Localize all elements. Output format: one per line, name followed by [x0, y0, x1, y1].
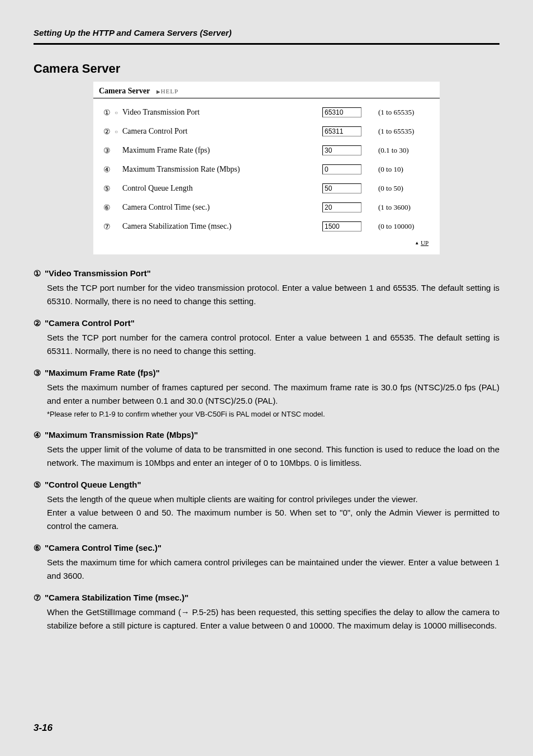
settings-row: ④Maximum Transmission Rate (Mbps)(0 to 1…: [93, 160, 440, 179]
settings-row: ⑤Control Queue Length(0 to 50): [93, 179, 440, 198]
help-link[interactable]: ▶HELP: [156, 88, 179, 94]
description-block: ⑤"Control Queue Length"Sets the length o…: [34, 480, 499, 533]
description-body: Sets the length of the queue when multip…: [47, 493, 499, 506]
description-block: ②"Camera Control Port"Sets the TCP port …: [34, 318, 499, 358]
page-header: Setting Up the HTTP and Camera Servers (…: [34, 28, 499, 37]
description-number: ⑤: [34, 480, 45, 490]
row-range: (1 to 3600): [378, 203, 434, 212]
description-heading: ②"Camera Control Port": [34, 318, 499, 328]
up-link[interactable]: UP: [421, 239, 429, 246]
description-number: ⑥: [34, 543, 45, 553]
row-range: (0.1 to 30): [378, 146, 434, 155]
help-arrow-icon: ▶: [156, 89, 161, 94]
panel-header: Camera Server ▶HELP: [93, 84, 440, 98]
row-marker: ④: [99, 165, 115, 174]
description-body: When the GetStillImage command (→ P.5-25…: [47, 606, 499, 632]
section-title: Camera Server: [34, 62, 499, 76]
settings-row: ②○Camera Control Port(1 to 65535): [93, 122, 440, 141]
settings-row: ⑥Camera Control Time (sec.)(1 to 3600): [93, 198, 440, 217]
row-input[interactable]: [322, 126, 361, 136]
settings-row: ③Maximum Frame Rate (fps)(0.1 to 30): [93, 141, 440, 160]
page-number: 3-16: [34, 722, 53, 734]
row-label: Camera Stabilization Time (msec.): [122, 222, 322, 231]
row-input[interactable]: [322, 107, 361, 117]
row-input[interactable]: [322, 221, 361, 231]
header-divider: [34, 43, 499, 45]
description-heading: ⑥"Camera Control Time (sec.)": [34, 543, 499, 553]
settings-panel: Camera Server ▶HELP ①○Video Transmission…: [93, 82, 440, 254]
description-heading: ⑤"Control Queue Length": [34, 480, 499, 490]
description-heading: ⑦"Camera Stabilization Time (msec.)": [34, 593, 499, 603]
page: Setting Up the HTTP and Camera Servers (…: [0, 0, 533, 756]
description-body: Enter a value between 0 and 50. The maxi…: [47, 506, 499, 533]
up-link-container: ▲ UP: [93, 236, 440, 246]
description-heading: ④"Maximum Transmission Rate (Mbps)": [34, 430, 499, 440]
description-body: Sets the maximum number of frames captur…: [47, 381, 499, 408]
description-number: ③: [34, 368, 45, 378]
up-arrow-icon: ▲: [415, 240, 419, 245]
description-heading: ③"Maximum Frame Rate (fps)": [34, 368, 499, 378]
row-label: Maximum Frame Rate (fps): [122, 146, 322, 155]
description-block: ⑥"Camera Control Time (sec.)"Sets the ma…: [34, 543, 499, 583]
row-label: Control Queue Length: [122, 184, 322, 193]
description-title: "Video Transmission Port": [45, 268, 151, 278]
row-marker: ③: [99, 146, 115, 155]
row-input[interactable]: [322, 145, 361, 155]
description-title: "Maximum Frame Rate (fps)": [45, 368, 160, 377]
row-range: (0 to 10): [378, 165, 434, 174]
description-title: "Control Queue Length": [45, 480, 141, 489]
description-block: ④"Maximum Transmission Rate (Mbps)"Sets …: [34, 430, 499, 470]
row-range: (0 to 10000): [378, 222, 434, 231]
panel-title: Camera Server: [99, 87, 150, 95]
description-number: ①: [34, 268, 45, 278]
description-number: ④: [34, 430, 45, 440]
description-body: Sets the TCP port number for the camera …: [47, 331, 499, 358]
panel-divider: [93, 98, 440, 98]
description-body: Sets the upper limit of the volume of da…: [47, 443, 499, 470]
description-number: ⑦: [34, 593, 45, 603]
help-text: HELP: [161, 88, 179, 94]
settings-row: ⑦Camera Stabilization Time (msec.)(0 to …: [93, 217, 440, 236]
row-marker: ①: [99, 108, 115, 117]
description-title: "Camera Control Time (sec.)": [45, 543, 161, 552]
row-bullet-icon: ○: [115, 129, 122, 135]
row-label: Maximum Transmission Rate (Mbps): [122, 165, 322, 174]
description-title: "Camera Stabilization Time (msec.)": [45, 593, 188, 602]
settings-row: ①○Video Transmission Port(1 to 65535): [93, 103, 440, 122]
description-title: "Maximum Transmission Rate (Mbps)": [45, 430, 198, 440]
description-heading: ①"Video Transmission Port": [34, 268, 499, 278]
row-range: (1 to 65535): [378, 127, 434, 136]
description-block: ①"Video Transmission Port"Sets the TCP p…: [34, 268, 499, 308]
row-input[interactable]: [322, 183, 361, 193]
description-number: ②: [34, 318, 45, 328]
row-label: Camera Control Time (sec.): [122, 203, 322, 212]
row-marker: ⑦: [99, 222, 115, 231]
row-bullet-icon: ○: [115, 110, 122, 116]
description-body: Sets the TCP port number for the video t…: [47, 281, 499, 308]
description-title: "Camera Control Port": [45, 318, 135, 328]
row-marker: ②: [99, 127, 115, 136]
description-note: *Please refer to P.1-9 to confirm whethe…: [47, 409, 499, 420]
row-range: (1 to 65535): [378, 108, 434, 117]
row-marker: ⑤: [99, 184, 115, 193]
description-body: Sets the maximum time for which camera c…: [47, 556, 499, 583]
row-marker: ⑥: [99, 203, 115, 212]
row-label: Video Transmission Port: [122, 108, 322, 117]
row-range: (0 to 50): [378, 184, 434, 193]
row-input[interactable]: [322, 202, 361, 212]
description-block: ③"Maximum Frame Rate (fps)"Sets the maxi…: [34, 368, 499, 420]
description-block: ⑦"Camera Stabilization Time (msec.)"When…: [34, 593, 499, 632]
row-input[interactable]: [322, 164, 361, 174]
row-label: Camera Control Port: [122, 127, 322, 136]
